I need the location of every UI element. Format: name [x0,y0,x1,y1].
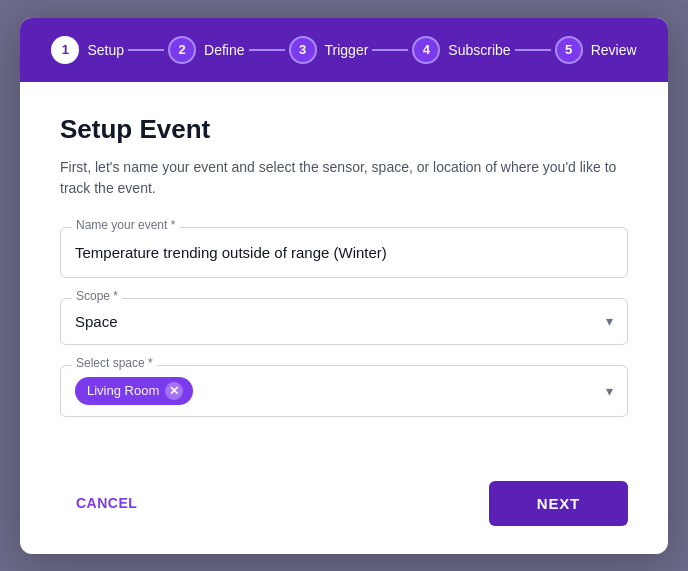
chevron-down-icon: ▾ [606,383,613,399]
step-5-circle: 5 [555,36,583,64]
step-5-label: Review [591,42,637,58]
page-title: Setup Event [60,114,628,145]
select-space-field: Select space * Living Room ✕ ▾ [60,365,628,417]
step-2-circle: 2 [168,36,196,64]
event-name-input[interactable] [60,227,628,278]
scope-label: Scope * [72,289,122,303]
tag-label: Living Room [87,383,159,398]
step-1-circle: 1 [51,36,79,64]
modal-body: Setup Event First, let's name your event… [20,82,668,465]
scope-field: Scope * Space ▾ [60,298,628,345]
select-space-dropdown[interactable]: Living Room ✕ ▾ [60,365,628,417]
connector-1-2 [128,49,164,51]
scope-select[interactable]: Space ▾ [60,298,628,345]
chevron-down-icon: ▾ [606,313,613,329]
connector-3-4 [372,49,408,51]
step-1-label: Setup [87,42,124,58]
step-5: 5 Review [555,36,637,64]
next-button[interactable]: NEXT [489,481,628,526]
step-2-label: Define [204,42,244,58]
step-3-label: Trigger [325,42,369,58]
step-4: 4 Subscribe [412,36,510,64]
event-name-label: Name your event * [72,218,179,232]
cancel-button[interactable]: CANCEL [60,483,153,523]
modal-footer: CANCEL NEXT [20,465,668,554]
living-room-tag: Living Room ✕ [75,377,193,405]
step-4-label: Subscribe [448,42,510,58]
connector-4-5 [515,49,551,51]
modal-description: First, let's name your event and select … [60,157,628,199]
modal-overlay: 1 Setup 2 Define 3 Trigger 4 [0,0,688,571]
select-space-label: Select space * [72,356,157,370]
step-3-circle: 3 [289,36,317,64]
tags-container: Living Room ✕ [75,377,193,405]
step-3: 3 Trigger [289,36,369,64]
step-2: 2 Define [168,36,244,64]
event-name-field: Name your event * [60,227,628,278]
scope-value: Space [75,313,118,330]
connector-2-3 [249,49,285,51]
remove-tag-button[interactable]: ✕ [165,382,183,400]
stepper-header: 1 Setup 2 Define 3 Trigger 4 [20,18,668,82]
step-4-circle: 4 [412,36,440,64]
step-1: 1 Setup [51,36,124,64]
modal-dialog: 1 Setup 2 Define 3 Trigger 4 [20,18,668,554]
